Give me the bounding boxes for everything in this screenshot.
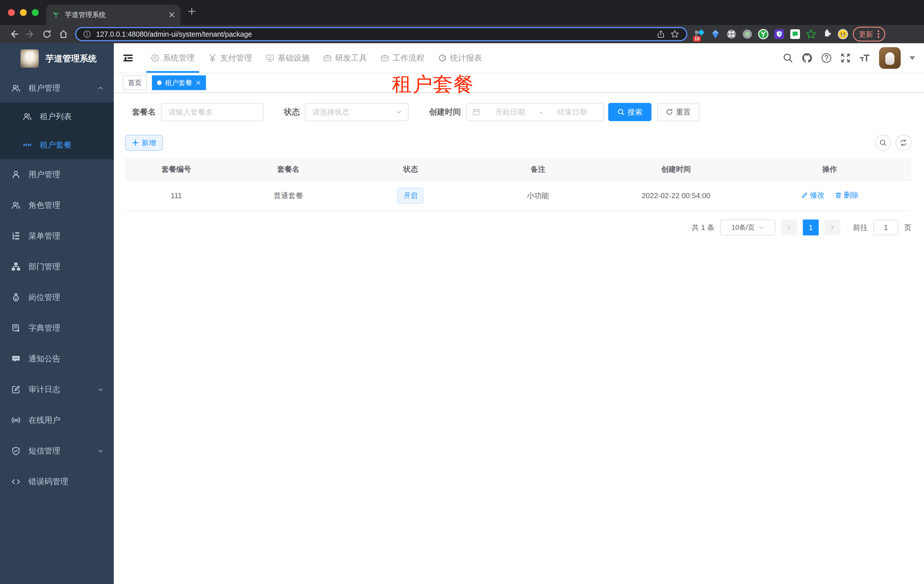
extension-shield-icon[interactable] [774, 29, 785, 39]
sidebar-item-error-code-management[interactable]: 错误码管理 [0, 466, 114, 497]
close-window-button[interactable] [8, 9, 15, 16]
browser-tab-strip: 芋道管理系统 [0, 0, 924, 25]
edit-link[interactable]: 修改 [801, 190, 825, 200]
navbar-right [783, 47, 916, 69]
sidebar-item-online-users[interactable]: 在线用户 [0, 405, 114, 436]
extensions-row: 10 [694, 29, 848, 39]
sidebar-item-notice-management[interactable]: 通知公告 [0, 344, 114, 374]
app-title: 芋道管理系统 [46, 53, 97, 64]
page-number-active[interactable]: 1 [803, 219, 819, 235]
status-select[interactable]: 请选择状态 [305, 103, 409, 121]
pen-square-icon [12, 385, 20, 394]
top-menu-infra[interactable]: 基础设施 [259, 43, 316, 73]
sidebar-item-role-management[interactable]: 角色管理 [0, 190, 114, 220]
sidebar-item-dict-management[interactable]: 字典管理 [0, 313, 114, 344]
sidebar-item-menu-management[interactable]: 菜单管理 [0, 220, 114, 251]
package-name-input[interactable] [161, 103, 264, 121]
active-dot [157, 81, 162, 85]
extension-chat-icon[interactable] [790, 29, 800, 39]
start-date-placeholder[interactable]: 开始日期 [485, 107, 535, 117]
table-row[interactable]: 111 普通套餐 开启 小功能 2022-02-22 00:54:00 修改 [125, 181, 911, 211]
dictionary-icon [12, 324, 20, 333]
url-text[interactable]: 127.0.0.1:48080/admin-ui/system/tenant/p… [96, 30, 652, 38]
search-button[interactable]: 搜索 [608, 103, 652, 121]
url-bar[interactable]: 127.0.0.1:48080/admin-ui/system/tenant/p… [75, 27, 687, 41]
home-button[interactable] [55, 29, 72, 39]
bookmark-star-icon[interactable] [670, 30, 679, 39]
page-size-value: 10条/页 [731, 223, 754, 232]
sidebar-item-post-management[interactable]: 岗位管理 [0, 282, 114, 313]
prev-page-button[interactable] [781, 219, 797, 235]
date-range-picker[interactable]: 开始日期 - 结束日期 [466, 103, 604, 121]
sidebar-item-tenant-list[interactable]: 租户列表 [0, 102, 114, 131]
delete-link[interactable]: 删除 [835, 190, 858, 200]
top-menu-payment[interactable]: 支付管理 [201, 43, 259, 73]
screen: 芋道管理系统 127.0.0.1:48080/admin-ui/system/t… [0, 0, 924, 584]
app-logo[interactable]: 芋道管理系统 [0, 43, 114, 74]
extension-grey-dot-icon[interactable] [742, 29, 753, 39]
sidebar-item-tenant-package[interactable]: 租户套餐 [0, 131, 114, 159]
sidebar-item-user-management[interactable]: 用户管理 [0, 159, 114, 190]
end-date-placeholder[interactable]: 结束日期 [547, 107, 597, 117]
back-button[interactable] [6, 29, 22, 39]
next-page-button[interactable] [825, 219, 840, 235]
gauge-icon [438, 54, 447, 62]
pagination: 共 1 条 10条/页 1 前往 页 [125, 219, 911, 235]
search-button-label: 搜索 [627, 107, 642, 117]
top-menu-system[interactable]: 系统管理 [144, 43, 201, 73]
sidebar-submenu-tenant: 租户列表 租户套餐 [0, 102, 114, 159]
tag-tenant-package[interactable]: 租户套餐 [152, 75, 206, 90]
top-menu-reports[interactable]: 统计报表 [431, 43, 489, 73]
toggle-search-button[interactable] [875, 135, 891, 151]
tab-close-icon[interactable] [169, 12, 175, 18]
sidebar-item-tenant-management[interactable]: 租户管理 [0, 74, 114, 102]
extension-y-icon[interactable] [758, 29, 769, 39]
browser-update-button[interactable]: 更新 [853, 27, 885, 41]
goto-page-input[interactable] [873, 220, 898, 235]
browser-tab[interactable]: 芋道管理系统 [46, 5, 180, 25]
extension-layers-icon[interactable]: 10 [694, 29, 705, 39]
help-icon[interactable] [821, 53, 832, 63]
share-icon[interactable] [657, 30, 665, 38]
tag-home[interactable]: 首页 [123, 75, 147, 90]
sidebar-collapse-icon[interactable] [122, 52, 134, 64]
user-avatar[interactable] [879, 47, 901, 69]
tags-view-bar: 首页 租户套餐 [114, 73, 924, 93]
add-button-label: 新增 [142, 138, 156, 148]
zoom-window-button[interactable] [32, 9, 39, 16]
sidebar-item-audit-log[interactable]: 审计日志 [0, 374, 114, 405]
goto-unit-label: 页 [904, 223, 911, 233]
page-content: 套餐名 状态 请选择状态 创建时间 开始日期 - 结束日期 [114, 93, 924, 235]
reset-button[interactable]: 重置 [657, 103, 699, 121]
minimize-window-button[interactable] [20, 9, 27, 16]
extension-star-icon[interactable] [806, 29, 817, 39]
top-menu-dev-tools[interactable]: 研发工具 [316, 43, 374, 73]
extension-gem-icon[interactable] [710, 29, 721, 39]
people-icon [23, 112, 32, 121]
page-size-select[interactable]: 10条/页 [720, 219, 776, 235]
top-menu-workflow[interactable]: 工作流程 [374, 43, 431, 73]
browser-menu-icon[interactable] [878, 30, 879, 38]
extension-command-icon[interactable] [726, 29, 737, 39]
tag-close-icon[interactable] [196, 80, 201, 85]
profile-avatar-icon[interactable] [838, 29, 848, 39]
refresh-table-button[interactable] [896, 135, 911, 151]
font-size-icon[interactable] [859, 53, 871, 63]
github-icon[interactable] [802, 53, 812, 63]
caret-down-icon[interactable] [909, 56, 916, 60]
site-info-icon[interactable] [83, 30, 91, 38]
gear-icon [151, 54, 159, 62]
logo-rabbit-image [20, 49, 39, 67]
fullscreen-icon[interactable] [840, 53, 851, 63]
chevron-left-icon [786, 224, 792, 230]
favicon-sprout-icon [52, 10, 60, 19]
add-button[interactable]: 新增 [125, 135, 163, 151]
reload-button[interactable] [39, 30, 55, 39]
extensions-puzzle-icon[interactable] [822, 29, 832, 39]
forward-button[interactable] [22, 29, 39, 39]
top-menu-label: 基础设施 [278, 53, 310, 63]
sidebar-item-sms-management[interactable]: 短信管理 [0, 436, 114, 466]
sidebar-item-department-management[interactable]: 部门管理 [0, 251, 114, 282]
search-icon[interactable] [783, 53, 793, 63]
new-tab-button[interactable] [188, 7, 196, 15]
